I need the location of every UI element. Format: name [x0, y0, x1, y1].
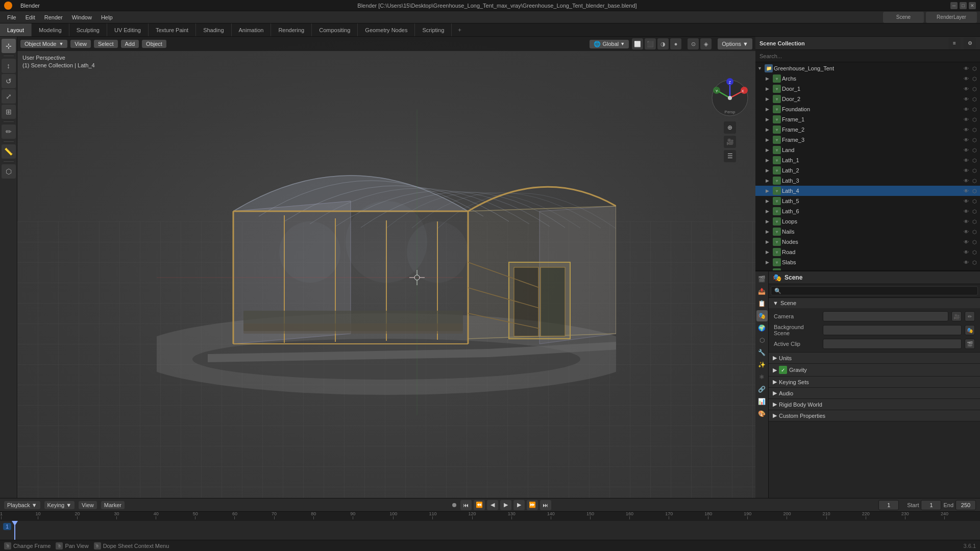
eye-foundation[interactable]: 👁: [963, 107, 970, 112]
sel-tent[interactable]: ⬡: [971, 270, 978, 271]
camera-edit-icon[interactable]: ✏: [965, 311, 975, 321]
tool-measure[interactable]: 📏: [2, 144, 16, 159]
scene-options-icon[interactable]: ☰: [724, 150, 736, 162]
step-forward-button[interactable]: ▶: [513, 500, 525, 510]
props-object-icon[interactable]: ⬡: [756, 335, 768, 346]
keying-sets-section-header[interactable]: Keying Sets: [769, 377, 980, 387]
eye-lath6[interactable]: 👁: [963, 209, 970, 214]
visibility-eye[interactable]: 👁: [963, 66, 970, 71]
menu-edit[interactable]: Edit: [21, 13, 39, 21]
tab-scripting[interactable]: Scripting: [415, 23, 452, 36]
eye-lath4[interactable]: 👁: [963, 188, 970, 194]
object-mode-dropdown[interactable]: Object Mode▼: [20, 40, 67, 48]
sel-lath3[interactable]: ⬡: [971, 178, 978, 184]
close-button[interactable]: ✕: [969, 2, 976, 9]
props-render-icon[interactable]: 🎬: [756, 273, 768, 285]
eye-lath3[interactable]: 👁: [963, 178, 970, 184]
eye-road[interactable]: 👁: [963, 249, 970, 255]
sel-slabs[interactable]: ⬡: [971, 260, 978, 265]
outliner-item-lath1[interactable]: ▶ ▿ Lath_1 👁 ⬡: [755, 155, 980, 165]
active-clip-value[interactable]: [823, 339, 962, 349]
tool-scale[interactable]: ⤢: [2, 89, 16, 104]
eye-archs[interactable]: 👁: [963, 76, 970, 82]
object-menu[interactable]: Object: [142, 40, 166, 48]
select-menu[interactable]: Select: [94, 40, 118, 48]
tab-compositing[interactable]: Compositing: [312, 23, 358, 36]
viewport-shading-rendered[interactable]: ●: [670, 38, 681, 49]
sel-lath5[interactable]: ⬡: [971, 198, 978, 204]
tab-rendering[interactable]: Rendering: [271, 23, 312, 36]
menu-file[interactable]: File: [3, 13, 20, 21]
outliner-item-lath5[interactable]: ▶ ▿ Lath_5 👁 ⬡: [755, 196, 980, 206]
gravity-section-header[interactable]: ✓ Gravity: [769, 364, 980, 376]
props-world-icon[interactable]: 🌍: [756, 322, 768, 334]
outliner-item-door2[interactable]: ▶ ▿ Door_2 👁 ⬡: [755, 94, 980, 104]
props-constraints-icon[interactable]: 🔗: [756, 384, 768, 395]
outliner-settings-icon[interactable]: ⚙: [964, 37, 976, 49]
view-menu[interactable]: View: [70, 40, 91, 48]
track-area[interactable]: 1: [0, 521, 980, 540]
rigid-body-section-header[interactable]: Rigid Body World: [769, 399, 980, 410]
sel-frame1[interactable]: ⬡: [971, 117, 978, 122]
outliner-item-root[interactable]: ▼ 📁 Greenhouse_Long_Tent 👁 ⬡: [755, 63, 980, 73]
outliner-item-foundation[interactable]: ▶ ▿ Foundation 👁 ⬡: [755, 104, 980, 114]
eye-door2[interactable]: 👁: [963, 96, 970, 102]
sel-land[interactable]: ⬡: [971, 147, 978, 153]
props-scene-icon[interactable]: 🎭: [756, 310, 768, 321]
jump-end-button[interactable]: ⏭: [540, 500, 551, 510]
sel-loops[interactable]: ⬡: [971, 219, 978, 224]
render-layer-selector[interactable]: RenderLayer: [926, 12, 977, 23]
sel-door2[interactable]: ⬡: [971, 96, 978, 102]
tab-animation[interactable]: Animation: [232, 23, 272, 36]
outliner-item-door1[interactable]: ▶ ▿ Door_1 👁 ⬡: [755, 84, 980, 94]
eye-frame3[interactable]: 👁: [963, 137, 970, 143]
camera-value[interactable]: [823, 311, 948, 321]
eye-loops[interactable]: 👁: [963, 219, 970, 224]
menu-window[interactable]: Window: [68, 13, 96, 21]
keying-dropdown[interactable]: Keying ▼: [44, 501, 75, 509]
sel-nodes[interactable]: ⬡: [971, 239, 978, 245]
tab-sculpting[interactable]: Sculpting: [69, 23, 107, 36]
menu-help[interactable]: Help: [97, 13, 117, 21]
tab-modeling[interactable]: Modeling: [32, 23, 69, 36]
outliner-item-nodes[interactable]: ▶ ▿ Nodes 👁 ⬡: [755, 237, 980, 247]
sel-road[interactable]: ⬡: [971, 249, 978, 255]
props-particles-icon[interactable]: ✨: [756, 359, 768, 370]
tool-rotate[interactable]: ↺: [2, 74, 16, 88]
gravity-checkbox[interactable]: ✓: [779, 366, 787, 374]
outliner-search[interactable]: [755, 50, 980, 62]
eye-nodes[interactable]: 👁: [963, 239, 970, 245]
sel-lath4[interactable]: ⬡: [971, 188, 978, 194]
background-scene-picker[interactable]: 🎭: [965, 325, 975, 335]
current-frame-field[interactable]: 1: [878, 500, 899, 510]
props-data-icon[interactable]: 📊: [756, 396, 768, 407]
eye-lath5[interactable]: 👁: [963, 198, 970, 204]
playback-dropdown[interactable]: Playback ▼: [4, 501, 40, 509]
outliner-item-frame3[interactable]: ▶ ▿ Frame_3 👁 ⬡: [755, 135, 980, 145]
viewport-shading-material[interactable]: ◑: [657, 38, 669, 49]
marker-dropdown[interactable]: Marker: [101, 501, 125, 509]
outliner-item-nails[interactable]: ▶ ▿ Nails 👁 ⬡: [755, 227, 980, 237]
tab-texture-paint[interactable]: Texture Paint: [149, 23, 196, 36]
outliner-item-frame1[interactable]: ▶ ▿ Frame_1 👁 ⬡: [755, 114, 980, 124]
eye-frame1[interactable]: 👁: [963, 117, 970, 122]
tab-uv-editing[interactable]: UV Editing: [107, 23, 149, 36]
properties-search[interactable]: [771, 286, 978, 295]
sel-frame3[interactable]: ⬡: [971, 137, 978, 143]
viewport-shading-wireframe[interactable]: ⬜: [632, 38, 643, 49]
toggle-overlays[interactable]: ⊙: [688, 38, 699, 49]
play-button[interactable]: ▶: [500, 500, 511, 510]
sel-lath1[interactable]: ⬡: [971, 158, 978, 163]
menu-blender[interactable]: Blender: [16, 2, 44, 10]
outliner-item-lath4[interactable]: ▶ ▿ Lath_4 👁 ⬡: [755, 186, 980, 196]
end-frame-field[interactable]: 250: [955, 500, 976, 510]
sel-foundation[interactable]: ⬡: [971, 107, 978, 112]
select-dot[interactable]: ⬡: [971, 66, 978, 71]
outliner-item-tent[interactable]: ▶ ▿ Tent 👁 ⬡: [755, 267, 980, 270]
sel-door1[interactable]: ⬡: [971, 86, 978, 92]
tool-move[interactable]: ↕: [2, 59, 16, 73]
camera-view-icon[interactable]: 🎥: [724, 136, 736, 148]
scene-selector[interactable]: Scene: [883, 12, 924, 23]
viewport-3d[interactable]: Object Mode▼ View Select Add Object 🌐 Gl…: [17, 37, 755, 498]
sel-frame2[interactable]: ⬡: [971, 127, 978, 133]
